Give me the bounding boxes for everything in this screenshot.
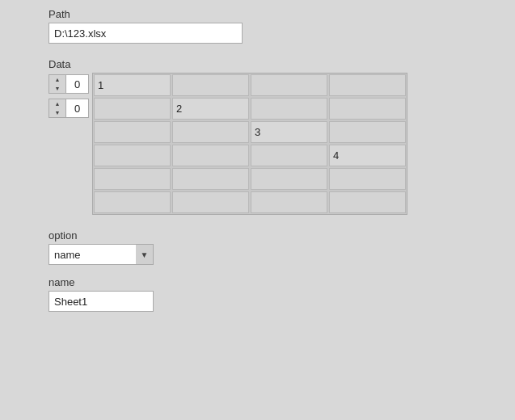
name-input[interactable] [49, 291, 154, 312]
grid-cell[interactable]: 4 [329, 145, 406, 166]
option-select[interactable]: nameindexnone [49, 244, 154, 265]
grid-cell[interactable] [94, 191, 171, 213]
table-row: 3 [93, 120, 407, 144]
grid-cell[interactable] [329, 191, 406, 213]
grid-cell[interactable] [251, 98, 327, 120]
main-container: Path Data ▲ ▼ 0 ▲ ▼ 0 [0, 0, 515, 328]
table-row: 2 [93, 97, 407, 120]
spinner-row-1: ▲ ▼ 0 [49, 73, 89, 95]
name-section: name [49, 276, 466, 312]
spinner-box-1: ▲ ▼ [49, 74, 66, 94]
table-row [93, 167, 407, 191]
spinner-down-2[interactable]: ▼ [49, 108, 65, 117]
table-row [93, 191, 407, 214]
grid-cell[interactable] [251, 74, 327, 96]
grid-cell[interactable] [94, 98, 171, 120]
grid-cell[interactable] [329, 74, 406, 96]
spinner-down-1[interactable]: ▼ [49, 84, 65, 93]
grid-cell[interactable]: 3 [251, 121, 327, 143]
option-section: option nameindexnone ▼ [49, 229, 466, 265]
grid-cell[interactable] [172, 145, 249, 166]
grid-cell[interactable] [94, 168, 171, 190]
grid-cell[interactable] [94, 145, 171, 166]
grid-cell[interactable] [251, 191, 327, 213]
row-spinners: ▲ ▼ 0 ▲ ▼ 0 [49, 73, 89, 121]
path-section: Path [49, 8, 466, 44]
spinner-row-2: ▲ ▼ 0 [49, 97, 89, 120]
grid-cell[interactable] [172, 74, 249, 96]
grid-cell[interactable] [172, 168, 249, 190]
option-label: option [49, 229, 466, 242]
data-table-wrapper: ▲ ▼ 0 ▲ ▼ 0 1234 [49, 73, 466, 215]
grid-cell[interactable]: 1 [94, 74, 171, 96]
spinner-box-2: ▲ ▼ [49, 99, 66, 118]
data-label: Data [49, 58, 466, 70]
table-row: 1 [93, 74, 407, 97]
grid-cell[interactable] [94, 121, 171, 143]
grid-cell[interactable] [172, 121, 249, 143]
grid-cell[interactable] [329, 121, 406, 143]
path-input[interactable] [49, 23, 243, 44]
spinner-value-1: 0 [66, 74, 89, 94]
path-label: Path [49, 8, 466, 20]
grid-cell[interactable] [329, 168, 406, 190]
grid-cell[interactable] [251, 145, 327, 166]
option-select-wrapper: nameindexnone ▼ [49, 244, 154, 265]
grid-cell[interactable] [172, 191, 249, 213]
spinner-up-1[interactable]: ▲ [49, 75, 65, 84]
spinner-up-2[interactable]: ▲ [49, 99, 65, 108]
grid-cell[interactable] [251, 168, 327, 190]
name-label: name [49, 276, 466, 288]
table-row: 4 [93, 144, 407, 167]
data-section: Data ▲ ▼ 0 ▲ ▼ 0 [49, 58, 466, 215]
grid-cell[interactable] [329, 98, 406, 120]
spinner-value-2: 0 [66, 99, 89, 118]
grid-cell[interactable]: 2 [172, 98, 249, 120]
data-grid: 1234 [92, 73, 407, 215]
